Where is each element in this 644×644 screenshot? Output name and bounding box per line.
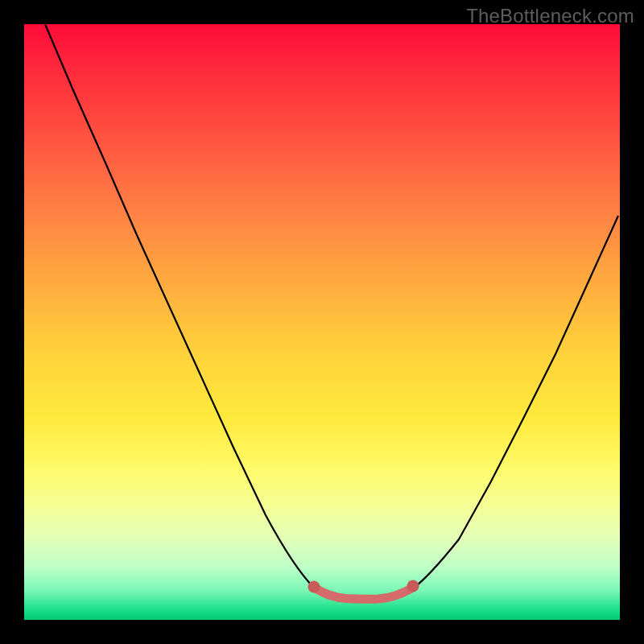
- trough-highlight: [316, 588, 411, 599]
- curve-svg: [24, 24, 620, 620]
- trough-dot-left: [308, 581, 320, 593]
- bottleneck-curve: [45, 24, 618, 599]
- trough-dot-right: [407, 580, 419, 592]
- chart-frame: TheBottleneck.com: [0, 0, 644, 644]
- plot-area: [24, 24, 620, 620]
